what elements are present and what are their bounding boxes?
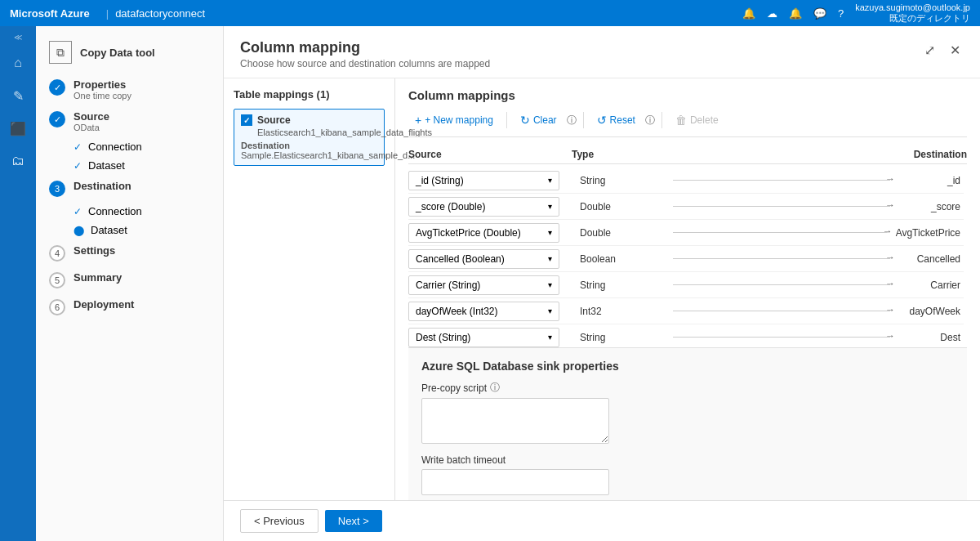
content-area: Column mapping Choose how source and des… [224,26,980,541]
sidebar-sublabel-properties: One time copy [74,91,131,101]
chat-icon[interactable]: 💬 [813,7,826,20]
dest-val-1: _score [898,201,964,212]
table-mappings-title: Table mappings (1) [234,88,385,101]
source-value-5: dayOfWeek (Int32) [416,306,498,317]
sidebar-item-properties[interactable]: ✓ Properties One time copy [36,74,223,105]
app-name: datafactoryconnect [115,7,205,20]
cloud-icon[interactable]: ☁ [767,7,777,20]
mapping-item[interactable]: ✓ Source Elasticsearch1_kibana_sample_da… [234,109,385,166]
pre-copy-group: Pre-copy script ⓘ [421,381,954,446]
label-dataset-dest: Dataset [91,224,127,236]
badge-properties: ✓ [49,79,65,96]
table-row: Cancelled (Boolean) ▾ Boolean Cancelled [408,246,964,272]
user-email: kazuya.sugimoto@outlook.jp [855,2,970,12]
sidebar-subitem-connection-dest[interactable]: ✓ Connection [74,202,223,221]
table-row: dayOfWeek (Int32) ▾ Int32 dayOfWeek [408,298,964,324]
previous-button[interactable]: < Previous [240,509,318,533]
delete-icon: 🗑 [675,114,687,127]
sidebar-subitem-dataset-dest[interactable]: ⬤ Dataset [74,221,223,239]
type-cell-0: String [572,175,670,186]
dialog-title: Column mapping [240,39,490,56]
source-dropdown-2[interactable]: AvgTicketPrice (Double) ▾ [408,223,559,243]
source-dropdown-5[interactable]: dayOfWeek (Int32) ▾ [408,302,559,321]
table-row: _id (String) ▾ String _id [408,168,964,194]
arrow-line-6 [673,337,890,338]
sink-properties: Azure SQL Database sink properties Pre-c… [408,347,967,500]
type-cell-4: String [572,279,670,291]
mapping-dest-label: Destination [241,141,377,150]
source-value-3: Cancelled (Boolean) [416,253,505,265]
active-dataset-icon: ⬤ [74,225,84,236]
sidebar-subitem-connection-source[interactable]: ✓ Connection [74,137,223,156]
help-icon[interactable]: ? [838,7,844,20]
nav-strip: ≪ ⌂ ✎ ⬛ 🗂 [0,26,36,541]
source-dropdown-3[interactable]: Cancelled (Boolean) ▾ [408,249,559,269]
source-dropdown-1[interactable]: _score (Double) ▾ [408,197,559,217]
close-button[interactable]: ✕ [947,39,964,61]
type-cell-3: Boolean [572,253,670,265]
sidebar-item-settings[interactable]: 4 Settings [36,239,223,266]
dropdown-chevron-0: ▾ [548,176,552,185]
dest-cell-3: Cancelled [670,253,964,265]
notification-bell-icon[interactable]: 🔔 [742,7,755,20]
mapping-dest-name: Sample.Elasticsearch1_kibana_sample_d... [241,150,377,160]
table-mappings-panel: Table mappings (1) ✓ Source Elasticsearc… [224,78,395,500]
new-mapping-button[interactable]: + + New mapping [408,110,500,130]
type-cell-5: Int32 [572,306,670,317]
delete-button[interactable]: 🗑 Delete [669,110,725,130]
reset-button[interactable]: ↺ Reset [590,110,642,130]
dest-cell-2: AvgTicketPrice [670,227,964,239]
write-batch-input[interactable] [421,469,609,495]
label-dataset-source: Dataset [88,159,125,172]
dialog-body: Table mappings (1) ✓ Source Elasticsearc… [224,78,980,500]
clear-info-icon[interactable]: ⓘ [567,114,577,127]
sidebar-item-source[interactable]: ✓ Source OData [36,105,223,137]
plus-icon: + [415,114,421,127]
col-mappings-toolbar: + + New mapping ↻ Clear ⓘ ↺ Reset [408,110,967,137]
header-source: Source [408,149,572,160]
pre-copy-textarea[interactable] [421,398,609,444]
source-value-6: Dest (String) [416,332,470,343]
type-cell-6: String [572,332,670,343]
tool-icon: ⧉ [49,41,72,64]
dest-val-5: dayOfWeek [898,306,964,317]
next-button[interactable]: Next > [325,510,382,532]
alert-icon[interactable]: 🔔 [789,7,802,20]
source-value-2: AvgTicketPrice (Double) [416,227,521,239]
arrow-line-5 [673,311,890,311]
nav-monitor[interactable]: ⬛ [3,114,33,143]
sidebar-tool-header: ⧉ Copy Data tool [36,36,223,74]
sidebar-item-deployment[interactable]: 6 Deployment [36,293,223,320]
reset-info-icon[interactable]: ⓘ [645,114,655,127]
source-dropdown-4[interactable]: Carrier (String) ▾ [408,275,559,295]
sidebar-item-destination[interactable]: 3 Destination [36,175,223,202]
expand-button[interactable]: ⤢ [921,39,938,61]
sink-props-title: Azure SQL Database sink properties [421,360,954,373]
sidebar-subitem-dataset-source[interactable]: ✓ Dataset [74,156,223,175]
dest-cell-0: _id [670,175,964,186]
sidebar-item-summary[interactable]: 5 Summary [36,266,223,293]
dropdown-chevron-6: ▾ [548,333,552,342]
destination-sub-items: ✓ Connection ⬤ Dataset [36,202,223,239]
dropdown-chevron-1: ▾ [548,202,552,211]
source-dropdown-6[interactable]: Dest (String) ▾ [408,328,559,347]
nav-edit[interactable]: ✎ [3,81,33,110]
mapping-checkbox[interactable]: ✓ [241,114,252,126]
nav-home[interactable]: ⌂ [3,48,33,78]
source-dropdown-0[interactable]: _id (String) ▾ [408,171,559,190]
tool-title: Copy Data tool [80,47,155,59]
top-bar-icons: 🔔 ☁ 🔔 💬 ? kazuya.sugimoto@outlook.jp 既定の… [742,2,970,25]
label-connection-source: Connection [88,141,142,153]
new-mapping-label: + New mapping [425,114,493,126]
collapse-icon[interactable]: ≪ [14,33,22,42]
clear-button[interactable]: ↻ Clear [514,110,564,130]
pre-copy-info-icon[interactable]: ⓘ [490,381,500,395]
check-dataset-source: ✓ [74,160,82,172]
user-info[interactable]: kazuya.sugimoto@outlook.jp 既定のディレクトリ [855,2,970,25]
dropdown-chevron-5: ▾ [548,306,552,315]
nav-brief[interactable]: 🗂 [3,146,33,176]
dialog-header: Column mapping Choose how source and des… [224,26,980,78]
col-scroll-area[interactable]: _id (String) ▾ String _id _score (Double… [408,168,967,347]
sidebar-label-summary: Summary [74,271,122,284]
dest-cell-5: dayOfWeek [670,306,964,317]
